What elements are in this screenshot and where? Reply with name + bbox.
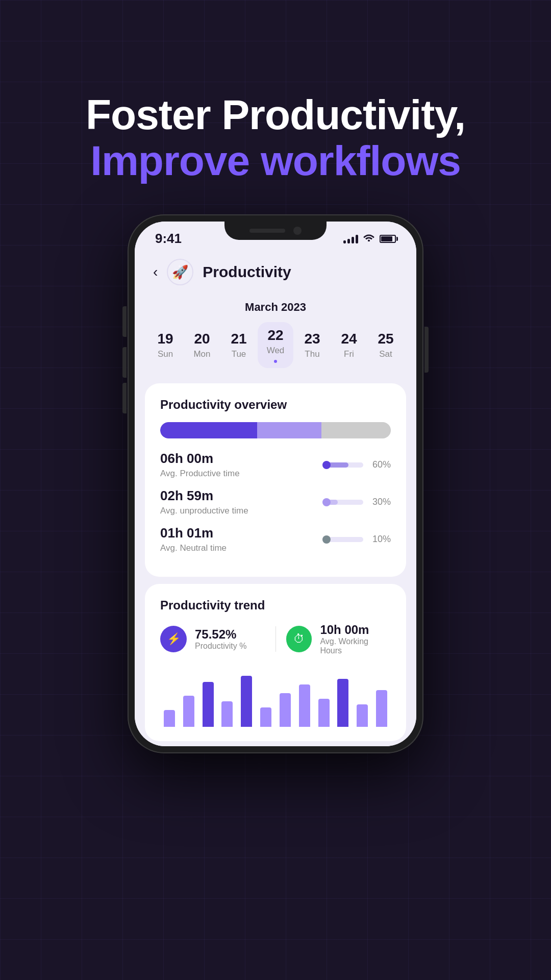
bar-col-6 xyxy=(278,693,292,727)
trend-info-productivity: 75.52% Productivity % xyxy=(195,627,246,651)
mini-dot xyxy=(322,461,331,469)
day-num: 22 xyxy=(267,327,283,344)
mini-progress xyxy=(322,500,363,505)
bar xyxy=(241,676,252,727)
trend-stats: ⚡ 75.52% Productivity % ⏱ 10h 00m Avg. xyxy=(160,623,391,655)
trend-stat-productivity: ⚡ 75.52% Productivity % xyxy=(160,626,265,652)
stat-label: Avg. Productive time xyxy=(160,469,240,479)
progress-segment-3 xyxy=(321,422,391,438)
day-item-25[interactable]: 25 Sat xyxy=(368,331,404,359)
day-item-20[interactable]: 20 Mon xyxy=(184,331,220,359)
app-title: Productivity xyxy=(203,263,291,281)
bar-col-9 xyxy=(336,679,350,727)
progress-segment-2 xyxy=(257,422,322,438)
day-label: Mon xyxy=(193,349,210,359)
month-title: March 2023 xyxy=(147,301,404,314)
stat-left: 01h 01m Avg. Neutral time xyxy=(160,525,227,553)
bar xyxy=(318,699,330,727)
bar xyxy=(299,684,310,727)
stat-right: 60% xyxy=(322,459,391,470)
stat-left: 02h 59m Avg. unproductive time xyxy=(160,488,248,516)
app-header: ‹ 🚀 Productivity xyxy=(135,251,416,296)
day-item-23[interactable]: 23 Thu xyxy=(294,331,330,359)
day-item-19[interactable]: 19 Sun xyxy=(147,331,183,359)
main-progress-bar xyxy=(160,422,391,438)
mini-dot xyxy=(322,535,331,544)
stat-row-2: 01h 01m Avg. Neutral time 10% xyxy=(160,525,391,553)
bar xyxy=(337,679,348,727)
status-icons xyxy=(343,233,396,244)
hero-line2: Improve workflows xyxy=(0,138,551,184)
bar-col-10 xyxy=(355,704,369,727)
bar xyxy=(203,682,214,727)
bar-col-4 xyxy=(239,676,254,727)
bar-col-1 xyxy=(182,696,196,727)
day-num: 19 xyxy=(157,331,173,347)
phone-outer-frame: 9:41 ‹ xyxy=(128,214,423,753)
trend-card: Productivity trend ⚡ 75.52% Productivity… xyxy=(145,584,406,741)
hero-section: Foster Productivity, Improve workflows xyxy=(0,0,551,184)
bar xyxy=(280,693,291,727)
bar-chart xyxy=(160,666,391,727)
stat-right: 10% xyxy=(322,534,391,545)
bar-col-7 xyxy=(297,684,312,727)
bar xyxy=(357,704,368,727)
stats-rows: 06h 00m Avg. Productive time 60% 02h 59m… xyxy=(160,451,391,553)
day-label: Wed xyxy=(267,346,285,356)
hours-icon: ⏱ xyxy=(286,626,312,652)
day-item-21[interactable]: 21 Tue xyxy=(221,331,257,359)
stat-right: 30% xyxy=(322,497,391,507)
day-label: Sun xyxy=(158,349,173,359)
productivity-icon: ⚡ xyxy=(160,626,187,652)
overview-title: Productivity overview xyxy=(160,398,391,412)
speaker-icon xyxy=(249,229,285,233)
day-num: 25 xyxy=(378,331,393,347)
stat-pct: 10% xyxy=(369,534,391,545)
trend-title: Productivity trend xyxy=(160,598,391,612)
day-item-24[interactable]: 24 Fri xyxy=(331,331,367,359)
day-label: Fri xyxy=(344,349,354,359)
battery-icon xyxy=(380,235,396,243)
mini-progress xyxy=(322,537,363,542)
bar xyxy=(376,690,387,727)
trend-stat-hours: ⏱ 10h 00m Avg. Working Hours xyxy=(286,623,391,655)
status-bar: 9:41 xyxy=(135,222,416,251)
bar xyxy=(164,710,175,727)
week-days: 19 Sun 20 Mon 21 Tue 22 Wed 23 Thu 24 Fr… xyxy=(147,322,404,368)
wifi-icon xyxy=(363,233,374,244)
back-button[interactable]: ‹ xyxy=(153,264,158,280)
phone-screen: 9:41 ‹ xyxy=(135,222,416,746)
stat-value: 02h 59m xyxy=(160,488,248,504)
trend-value-2: 10h 00m xyxy=(320,623,391,637)
bar-col-5 xyxy=(259,707,273,727)
bar-col-2 xyxy=(201,682,215,727)
mini-progress xyxy=(322,462,363,468)
bar-col-3 xyxy=(220,701,234,727)
bar xyxy=(260,707,271,727)
bar-col-11 xyxy=(374,690,389,727)
active-dot xyxy=(274,360,277,363)
cards-section: Productivity overview 06h 00m Avg. Produ… xyxy=(135,378,416,746)
trend-value-1: 75.52% xyxy=(195,627,246,642)
stat-left: 06h 00m Avg. Productive time xyxy=(160,451,240,479)
app-icon: 🚀 xyxy=(167,259,193,285)
trend-label-2: Avg. Working Hours xyxy=(320,637,391,655)
day-label: Tue xyxy=(232,349,246,359)
day-num: 20 xyxy=(194,331,210,347)
bar xyxy=(183,696,194,727)
day-item-22[interactable]: 22 Wed xyxy=(258,322,293,368)
trend-label-1: Productivity % xyxy=(195,642,246,651)
stat-row-1: 02h 59m Avg. unproductive time 30% xyxy=(160,488,391,516)
day-num: 21 xyxy=(231,331,246,347)
bar xyxy=(221,701,233,727)
trend-info-hours: 10h 00m Avg. Working Hours xyxy=(320,623,391,655)
bar-col-0 xyxy=(162,710,177,727)
bar-col-8 xyxy=(317,699,331,727)
progress-segment-1 xyxy=(160,422,257,438)
overview-card: Productivity overview 06h 00m Avg. Produ… xyxy=(145,383,406,577)
stat-label: Avg. unproductive time xyxy=(160,506,248,516)
day-num: 23 xyxy=(304,331,320,347)
day-num: 24 xyxy=(341,331,357,347)
stat-value: 06h 00m xyxy=(160,451,240,467)
day-label: Thu xyxy=(305,349,319,359)
